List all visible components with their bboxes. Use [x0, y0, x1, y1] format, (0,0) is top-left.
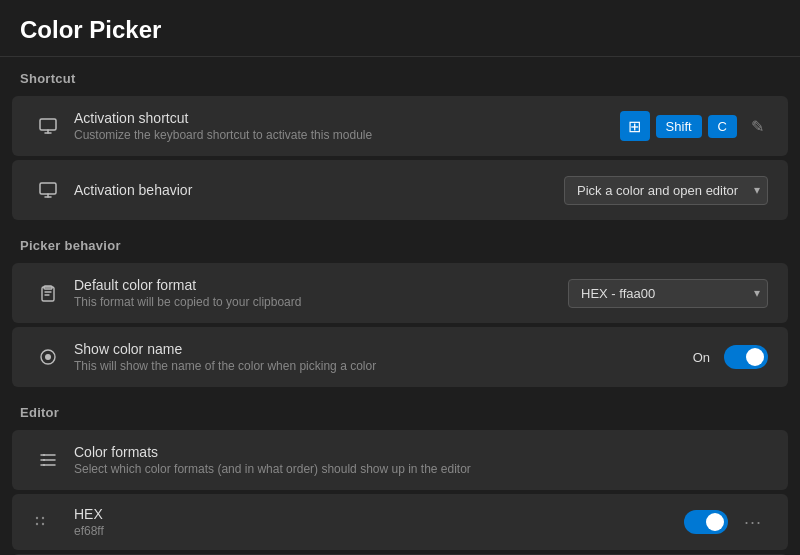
hex-format-name: HEX [74, 506, 684, 522]
activation-behavior-dropdown[interactable]: Pick a color and open editor Pick a colo… [564, 176, 768, 205]
shortcut-section-header: Shortcut [0, 57, 800, 92]
toggle-on-label: On [693, 350, 710, 365]
svg-point-5 [45, 354, 51, 360]
win-key[interactable]: ⊞ [620, 111, 650, 141]
default-color-format-row: Default color format This format will be… [12, 263, 788, 323]
color-formats-text: Color formats Select which color formats… [74, 444, 768, 476]
hex-format-row: HEX ef68ff ··· [12, 494, 788, 550]
activation-shortcut-title: Activation shortcut [74, 110, 620, 126]
show-color-name-title: Show color name [74, 341, 693, 357]
show-color-name-row: Show color name This will show the name … [12, 327, 788, 387]
show-color-name-subtitle: This will show the name of the color whe… [74, 359, 693, 373]
show-color-name-toggle[interactable] [724, 345, 768, 369]
shift-key[interactable]: Shift [656, 115, 702, 138]
activation-behavior-text: Activation behavior [74, 182, 564, 198]
hex-format-value: ef68ff [74, 524, 684, 538]
hex-toggle[interactable] [684, 510, 728, 534]
clipboard-icon [32, 283, 64, 303]
color-formats-row: Color formats Select which color formats… [12, 430, 788, 490]
color-formats-subtitle: Select which color formats (and in what … [74, 462, 768, 476]
hex-format-text: HEX ef68ff [74, 506, 684, 538]
c-key[interactable]: C [708, 115, 737, 138]
activation-behavior-row: Activation behavior Pick a color and ope… [12, 160, 788, 220]
activation-behavior-control[interactable]: Pick a color and open editor Pick a colo… [564, 176, 768, 205]
default-color-format-text: Default color format This format will be… [74, 277, 568, 309]
svg-point-10 [42, 516, 44, 518]
activation-shortcut-text: Activation shortcut Customize the keyboa… [74, 110, 620, 142]
activation-behavior-title: Activation behavior [74, 182, 564, 198]
page-title: Color Picker [0, 0, 800, 57]
show-color-name-control[interactable]: On [693, 345, 768, 369]
svg-rect-0 [40, 119, 56, 130]
color-format-control[interactable]: HEX - ffaa00 RGB HSL CMYK HSV [568, 279, 768, 308]
picker-behavior-section-header: Picker behavior [0, 224, 800, 259]
show-color-name-text: Show color name This will show the name … [74, 341, 693, 373]
color-format-dropdown[interactable]: HEX - ffaa00 RGB HSL CMYK HSV [568, 279, 768, 308]
svg-point-12 [42, 522, 44, 524]
svg-point-6 [43, 454, 45, 456]
list-icon [32, 450, 64, 470]
svg-rect-1 [40, 183, 56, 194]
activation-behavior-dropdown-wrapper[interactable]: Pick a color and open editor Pick a colo… [564, 176, 768, 205]
svg-point-9 [36, 516, 38, 518]
color-formats-title: Color formats [74, 444, 768, 460]
svg-point-11 [36, 522, 38, 524]
monitor-icon [32, 116, 64, 136]
svg-point-8 [43, 464, 45, 466]
hex-format-controls[interactable]: ··· [684, 510, 768, 535]
activation-shortcut-subtitle: Customize the keyboard shortcut to activ… [74, 128, 620, 142]
hex-drag-handle[interactable] [32, 513, 64, 532]
activation-shortcut-row: Activation shortcut Customize the keyboa… [12, 96, 788, 156]
svg-point-7 [43, 459, 45, 461]
color-name-icon [32, 347, 64, 367]
edit-shortcut-button[interactable]: ✎ [747, 113, 768, 140]
color-format-dropdown-wrapper[interactable]: HEX - ffaa00 RGB HSL CMYK HSV [568, 279, 768, 308]
shortcut-keys-control[interactable]: ⊞ Shift C ✎ [620, 111, 768, 141]
default-color-format-subtitle: This format will be copied to your clipb… [74, 295, 568, 309]
editor-section-header: Editor [0, 391, 800, 426]
default-color-format-title: Default color format [74, 277, 568, 293]
hex-more-button[interactable]: ··· [738, 510, 768, 535]
monitor-icon-2 [32, 180, 64, 200]
